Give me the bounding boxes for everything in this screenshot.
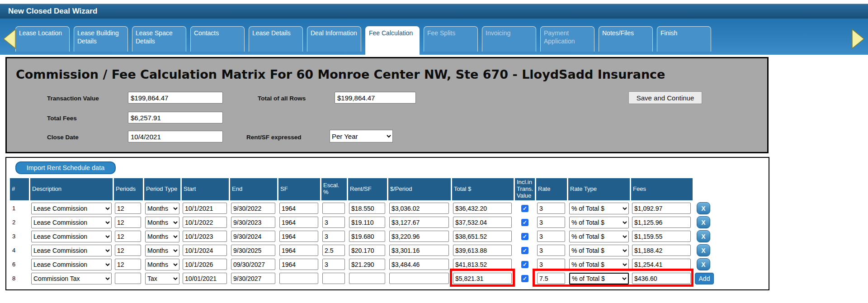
- period-type-select[interactable]: Months: [145, 231, 179, 242]
- start-date-input[interactable]: [183, 217, 227, 228]
- total-fees-input[interactable]: [128, 112, 223, 123]
- rent-sf-input[interactable]: [349, 245, 385, 256]
- rate-input[interactable]: [537, 231, 565, 242]
- tab-lease-space-details[interactable]: Lease Space Details: [132, 26, 186, 52]
- delete-row-button[interactable]: X: [697, 216, 710, 228]
- rent-sf-expressed-select[interactable]: Per Year: [330, 130, 393, 142]
- end-date-input[interactable]: [231, 259, 275, 270]
- transaction-value-input[interactable]: [128, 92, 223, 104]
- rate-input[interactable]: [537, 217, 565, 228]
- delete-row-button[interactable]: X: [697, 258, 710, 270]
- end-date-input[interactable]: [231, 245, 275, 256]
- rate-type-select[interactable]: % of Total $: [569, 203, 629, 214]
- close-date-input[interactable]: [128, 131, 223, 142]
- tab-deal-information[interactable]: Deal Information: [307, 26, 361, 52]
- escal-percent-input[interactable]: [322, 273, 345, 284]
- rent-sf-input[interactable]: [349, 259, 385, 270]
- period-type-select[interactable]: Tax: [145, 273, 179, 284]
- rate-input[interactable]: [537, 245, 565, 256]
- fees-input[interactable]: [632, 231, 691, 242]
- periods-input[interactable]: [115, 231, 141, 242]
- per-period-input[interactable]: [389, 245, 449, 256]
- scroll-tabs-right-arrow-icon[interactable]: [851, 28, 865, 49]
- fees-input[interactable]: [632, 217, 691, 228]
- fees-input[interactable]: [632, 203, 691, 214]
- rate-input[interactable]: [537, 259, 565, 270]
- sf-input[interactable]: [279, 273, 318, 284]
- delete-row-button[interactable]: X: [697, 244, 710, 256]
- total-input[interactable]: [453, 245, 512, 256]
- rent-sf-input[interactable]: [349, 217, 385, 228]
- tab-invoicing[interactable]: Invoicing: [482, 26, 536, 52]
- sf-input[interactable]: [279, 217, 318, 228]
- delete-row-button[interactable]: X: [697, 230, 710, 242]
- scroll-tabs-left-arrow-icon[interactable]: [2, 28, 16, 49]
- description-select[interactable]: Commission Tax: [31, 273, 112, 284]
- description-select[interactable]: Lease Commission: [31, 231, 112, 242]
- rate-input[interactable]: [537, 203, 565, 214]
- fees-input[interactable]: [632, 259, 691, 270]
- rate-type-select[interactable]: % of Total $: [569, 259, 629, 270]
- periods-input[interactable]: [115, 273, 141, 284]
- description-select[interactable]: Lease Commission: [31, 245, 112, 256]
- import-rent-schedule-button[interactable]: Import Rent Schedule data: [15, 161, 116, 174]
- periods-input[interactable]: [115, 245, 141, 256]
- rate-input[interactable]: [537, 273, 565, 284]
- tab-fee-splits[interactable]: Fee Splits: [424, 26, 478, 52]
- per-period-input[interactable]: [389, 203, 449, 214]
- escal-percent-input[interactable]: [322, 203, 345, 214]
- tab-lease-details[interactable]: Lease Details: [249, 26, 303, 52]
- total-input[interactable]: [453, 231, 512, 242]
- escal-percent-input[interactable]: [322, 245, 345, 256]
- per-period-input[interactable]: [389, 231, 449, 242]
- sf-input[interactable]: [279, 231, 318, 242]
- end-date-input[interactable]: [231, 217, 275, 228]
- start-date-input[interactable]: [183, 231, 227, 242]
- total-input[interactable]: [453, 259, 512, 270]
- rent-sf-input[interactable]: [349, 273, 385, 284]
- tab-fee-calculation[interactable]: Fee Calculation: [365, 26, 420, 55]
- rate-type-select[interactable]: % of Total $: [569, 231, 629, 242]
- incl-in-trans-value-checkbox[interactable]: ✓: [521, 261, 528, 268]
- sf-input[interactable]: [279, 203, 318, 214]
- per-period-input[interactable]: [389, 217, 449, 228]
- total-of-all-rows-input[interactable]: [335, 92, 416, 104]
- total-input[interactable]: [453, 203, 512, 214]
- start-date-input[interactable]: [183, 273, 227, 284]
- period-type-select[interactable]: Months: [145, 203, 179, 214]
- sf-input[interactable]: [279, 259, 318, 270]
- description-select[interactable]: Lease Commission: [31, 217, 112, 228]
- tab-notes-files[interactable]: Notes/Files: [599, 26, 653, 52]
- fees-input[interactable]: [632, 245, 691, 256]
- start-date-input[interactable]: [183, 203, 227, 214]
- delete-row-button[interactable]: X: [697, 202, 710, 214]
- end-date-input[interactable]: [231, 273, 275, 284]
- end-date-input[interactable]: [231, 203, 275, 214]
- escal-percent-input[interactable]: [322, 231, 345, 242]
- tab-payment-application[interactable]: Payment Application: [540, 26, 594, 52]
- tab-lease-location[interactable]: Lease Location: [15, 26, 70, 52]
- periods-input[interactable]: [115, 259, 141, 270]
- escal-percent-input[interactable]: [322, 217, 345, 228]
- tab-finish[interactable]: Finish: [657, 26, 711, 52]
- rent-sf-input[interactable]: [349, 203, 385, 214]
- start-date-input[interactable]: [183, 245, 227, 256]
- period-type-select[interactable]: Months: [145, 245, 179, 256]
- escal-percent-input[interactable]: [322, 259, 345, 270]
- end-date-input[interactable]: [231, 231, 275, 242]
- total-input[interactable]: [453, 217, 512, 228]
- description-select[interactable]: Lease Commission: [31, 203, 112, 214]
- per-period-input[interactable]: [389, 259, 449, 270]
- periods-input[interactable]: [115, 203, 141, 214]
- sf-input[interactable]: [279, 245, 318, 256]
- incl-in-trans-value-checkbox[interactable]: ✓: [521, 247, 528, 254]
- periods-input[interactable]: [115, 217, 141, 228]
- period-type-select[interactable]: Months: [145, 259, 179, 270]
- incl-in-trans-value-checkbox[interactable]: ✓: [521, 205, 528, 212]
- description-select[interactable]: Lease Commission: [31, 259, 112, 270]
- rate-type-select[interactable]: % of Total $: [569, 217, 629, 228]
- save-and-continue-button[interactable]: Save and Continue: [628, 91, 702, 104]
- rate-type-select[interactable]: % of Total $: [569, 245, 629, 256]
- rate-type-select[interactable]: % of Total $: [569, 273, 629, 284]
- fees-input[interactable]: [632, 273, 691, 284]
